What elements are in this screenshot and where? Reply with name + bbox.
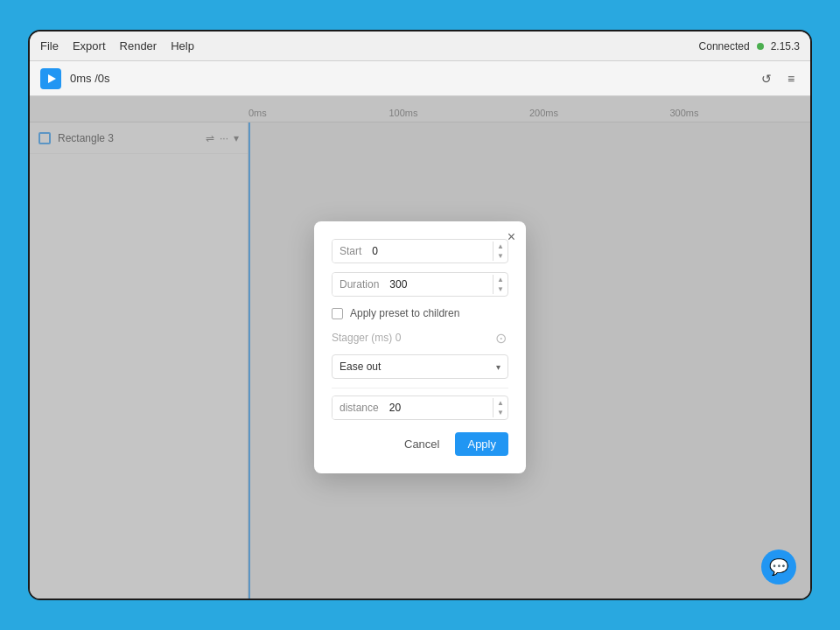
apply-preset-label: Apply preset to children [350,307,459,319]
version-label: 2.15.3 [771,40,800,52]
duration-field-row: Duration 300 ▲ ▼ [332,272,508,297]
distance-spinner-up[interactable]: ▲ [497,398,504,408]
status-area: Connected 2.15.3 [699,40,800,52]
device-frame: File Export Render Help Connected 2.15.3… [28,30,812,600]
ease-select[interactable]: Ease out ▾ [332,354,508,379]
ease-value-label: Ease out [340,360,496,373]
menu-export[interactable]: Export [73,39,106,52]
apply-button[interactable]: Apply [455,432,508,456]
duration-spinner-down[interactable]: ▼ [497,284,504,294]
start-field-row: Start 0 ▲ ▼ [332,239,508,263]
status-text: Connected [699,40,750,52]
start-value[interactable]: 0 [368,240,493,262]
chat-icon: 💬 [769,557,788,577]
duration-spinner[interactable]: ▲ ▼ [493,275,508,294]
modal-overlay: × Start 0 ▲ ▼ Duration 300 ▲ ▼ [30,96,810,598]
chevron-down-icon: ▾ [496,362,500,372]
distance-field-row: distance 20 ▲ ▼ [332,396,508,420]
dialog: × Start 0 ▲ ▼ Duration 300 ▲ ▼ [314,221,526,473]
start-spinner[interactable]: ▲ ▼ [493,242,508,261]
stagger-spinner[interactable]: ⊙ [493,330,508,346]
reset-icon[interactable]: ↺ [758,70,775,88]
chat-button[interactable]: 💬 [761,550,796,584]
start-spinner-up[interactable]: ▲ [497,242,504,251]
stagger-label: Stagger (ms) 0 [332,332,493,344]
toolbar-icons: ↺ ≡ [758,70,800,88]
duration-spinner-up[interactable]: ▲ [497,275,504,284]
stagger-row: Stagger (ms) 0 ⊙ [332,330,508,346]
menu-file[interactable]: File [40,39,59,52]
toolbar: 0ms /0s ↺ ≡ [30,61,810,96]
timeline-container: 0ms 100ms 200ms 300ms Rectangle 3 ⇌ ··· … [30,96,810,598]
distance-value[interactable]: 20 [386,396,493,419]
menu-help[interactable]: Help [171,39,194,52]
distance-spinner-down[interactable]: ▼ [497,408,504,417]
play-button[interactable] [40,68,61,89]
apply-preset-checkbox[interactable] [332,308,343,319]
list-icon[interactable]: ≡ [782,70,800,88]
distance-spinner[interactable]: ▲ ▼ [493,398,508,417]
menu-bar: File Export Render Help Connected 2.15.3 [30,32,810,61]
menu-render[interactable]: Render [120,39,158,52]
cancel-button[interactable]: Cancel [396,432,448,456]
close-button[interactable]: × [508,230,515,244]
dialog-actions: Cancel Apply [332,432,508,456]
start-label: Start [332,240,368,262]
time-display: 0ms /0s [70,72,110,85]
duration-value[interactable]: 300 [386,273,493,296]
distance-label: distance [332,396,386,419]
start-spinner-down[interactable]: ▼ [497,251,504,261]
status-dot [757,43,764,50]
checkbox-row: Apply preset to children [332,305,508,321]
separator [332,388,508,388]
duration-label: Duration [332,273,386,296]
